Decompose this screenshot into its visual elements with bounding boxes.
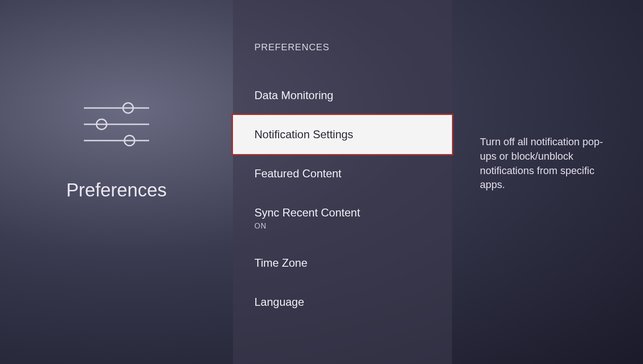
menu-item-language[interactable]: Language [233,283,452,322]
menu-item-data-monitoring[interactable]: Data Monitoring [233,76,452,115]
page-title: Preferences [66,180,167,201]
menu-item-label: Time Zone [254,256,431,270]
menu-item-time-zone[interactable]: Time Zone [233,243,452,283]
menu-item-sync-recent-content[interactable]: Sync Recent Content ON [233,193,452,243]
section-header: PREFERENCES [233,42,452,76]
menu-item-label: Notification Settings [254,128,431,141]
menu-item-label: Language [254,296,431,309]
menu-item-value: ON [254,222,431,230]
menu-item-label: Data Monitoring [254,89,431,102]
menu-item-featured-content[interactable]: Featured Content [233,154,452,193]
left-panel: Preferences [0,0,233,364]
description-panel: Turn off all notification pop-ups or blo… [452,0,643,364]
menu-item-notification-settings[interactable]: Notification Settings [232,114,453,155]
menu-item-label: Featured Content [254,167,431,180]
sliders-icon [79,99,154,152]
menu-item-label: Sync Recent Content [254,206,431,219]
item-description: Turn off all notification pop-ups or blo… [480,135,615,192]
menu-panel: PREFERENCES Data Monitoring Notification… [233,0,452,364]
